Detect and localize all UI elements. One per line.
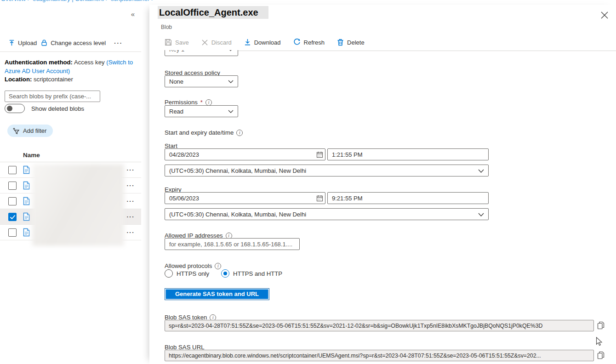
generate-sas-button[interactable]: Generate SAS token and URL: [165, 288, 269, 300]
sidebar-more-button[interactable]: ···: [114, 40, 123, 46]
download-icon: [244, 39, 251, 46]
chevron-down-icon: [228, 110, 234, 114]
row-more-button[interactable]: ···: [127, 166, 135, 173]
lock-icon: [40, 39, 48, 46]
calendar-icon[interactable]: [316, 151, 323, 158]
info-icon[interactable]: i: [236, 130, 243, 136]
required-asterisk: *: [200, 99, 203, 106]
refresh-label: Refresh: [304, 39, 325, 46]
allowed-protocols-options: HTTPS only HTTPS and HTTP: [165, 269, 282, 278]
row-more-button[interactable]: ···: [127, 182, 135, 189]
sas-token-field[interactable]: [165, 320, 594, 331]
radio-selected[interactable]: [221, 269, 229, 278]
allowed-ip-input[interactable]: [165, 238, 300, 250]
row-more-button[interactable]: ···: [127, 213, 135, 220]
https-only-label: HTTPS only: [177, 270, 209, 277]
expiry-date-input[interactable]: [165, 192, 325, 204]
auth-method-label: Authentication method:: [5, 59, 73, 66]
save-label: Save: [175, 39, 189, 46]
upload-icon: [8, 40, 15, 46]
blob-file-icon: [23, 165, 30, 174]
container-blade-sidebar: « Upload Change access level ··· Authent…: [0, 5, 141, 364]
info-icon[interactable]: i: [215, 263, 221, 269]
download-label: Download: [254, 39, 281, 46]
copy-icon[interactable]: [597, 321, 605, 330]
mouse-cursor: [596, 337, 603, 347]
https-and-http-option[interactable]: HTTPS and HTTP: [221, 269, 282, 278]
blade-subtitle: Blob: [161, 24, 172, 30]
location-value: scriptcontainer: [34, 76, 73, 83]
discard-label: Discard: [211, 39, 232, 46]
radio-unselected[interactable]: [165, 269, 173, 278]
show-deleted-blobs-row: Show deleted blobs: [5, 104, 84, 113]
copy-icon[interactable]: [597, 351, 605, 359]
calendar-icon[interactable]: [316, 195, 323, 202]
close-icon[interactable]: [600, 11, 609, 19]
signing-key-value: Key 1: [169, 46, 184, 53]
chevron-down-icon: [228, 80, 234, 84]
blob-detail-blade: LocalOffice_Agent.exe Blob Save Discard …: [149, 5, 616, 364]
save-icon: [165, 39, 172, 46]
azure-blob-page: Overview > ecagentbinary | Containers > …: [0, 0, 616, 364]
discard-icon: [201, 39, 208, 46]
start-timezone-select[interactable]: (UTC+05:30) Chennai, Kolkata, Mumbai, Ne…: [165, 165, 489, 176]
discard-button[interactable]: Discard: [201, 39, 232, 46]
row-checkbox[interactable]: [8, 228, 17, 237]
row-more-button[interactable]: ···: [127, 229, 135, 236]
blob-file-icon: [23, 212, 30, 221]
https-and-http-label: HTTPS and HTTP: [233, 270, 282, 277]
info-icon[interactable]: i: [205, 99, 212, 106]
delete-button[interactable]: Delete: [337, 39, 365, 46]
auth-method-value: Access key: [74, 59, 105, 66]
page-title: LocalOffice_Agent.exe: [158, 7, 268, 18]
command-bar: Save Discard Download Refresh Delete: [165, 39, 365, 46]
upload-button[interactable]: Upload: [8, 40, 37, 46]
show-deleted-blobs-toggle[interactable]: [5, 104, 25, 113]
start-time-input[interactable]: [327, 148, 489, 160]
name-column-header[interactable]: Name: [23, 152, 40, 159]
blob-file-icon: [23, 197, 30, 205]
change-access-level-label: Change access level: [51, 40, 106, 46]
show-deleted-blobs-label: Show deleted blobs: [31, 105, 84, 112]
search-blobs-input[interactable]: [5, 91, 100, 102]
row-checkbox[interactable]: [8, 182, 17, 190]
add-filter-label: Add filter: [23, 127, 46, 134]
refresh-icon: [293, 39, 301, 46]
permissions-select[interactable]: Read: [165, 105, 238, 117]
chevron-down-icon: [478, 213, 484, 217]
location-label: Location:: [5, 76, 32, 83]
toggle-knob: [7, 106, 12, 111]
trash-icon: [337, 39, 344, 46]
blob-file-icon: [23, 181, 30, 190]
add-filter-button[interactable]: Add filter: [7, 125, 53, 137]
expiry-timezone-select[interactable]: (UTC+05:30) Chennai, Kolkata, Mumbai, Ne…: [165, 208, 489, 220]
row-checkbox[interactable]: [8, 197, 17, 205]
sidebar-toolbar-divider: [0, 51, 141, 52]
save-button[interactable]: Save: [165, 39, 189, 46]
delete-label: Delete: [347, 39, 365, 46]
auth-info: Authentication method: Access key (Switc…: [5, 58, 142, 84]
start-date-input[interactable]: [165, 148, 325, 160]
row-checkbox-checked[interactable]: [8, 213, 17, 221]
chevron-down-icon: [478, 169, 484, 173]
permissions-label: Permissions * i: [165, 99, 212, 106]
refresh-button[interactable]: Refresh: [293, 39, 325, 46]
add-filter-icon: [12, 127, 20, 135]
sas-url-field[interactable]: [165, 350, 594, 361]
change-access-level-button[interactable]: Change access level: [40, 39, 106, 46]
row-more-button[interactable]: ···: [127, 198, 135, 205]
start-expiry-label: Start and expiry date/time i: [165, 129, 243, 136]
stored-access-policy-select[interactable]: None: [165, 75, 238, 87]
redacted-blob-names: [32, 164, 124, 246]
allowed-protocols-label: Allowed protocols i: [165, 262, 221, 269]
blob-file-icon: [23, 228, 30, 237]
collapse-sidebar-icon[interactable]: «: [131, 10, 135, 18]
https-only-option[interactable]: HTTPS only: [165, 269, 209, 278]
row-checkbox[interactable]: [8, 166, 17, 174]
sidebar-toolbar: Upload Change access level ···: [8, 39, 123, 46]
download-button[interactable]: Download: [244, 39, 281, 46]
chevron-down-icon: [228, 48, 233, 51]
breadcrumb[interactable]: Overview > ecagentbinary | Containers > …: [1, 0, 194, 2]
expiry-time-input[interactable]: [327, 192, 489, 204]
upload-label: Upload: [18, 40, 37, 46]
